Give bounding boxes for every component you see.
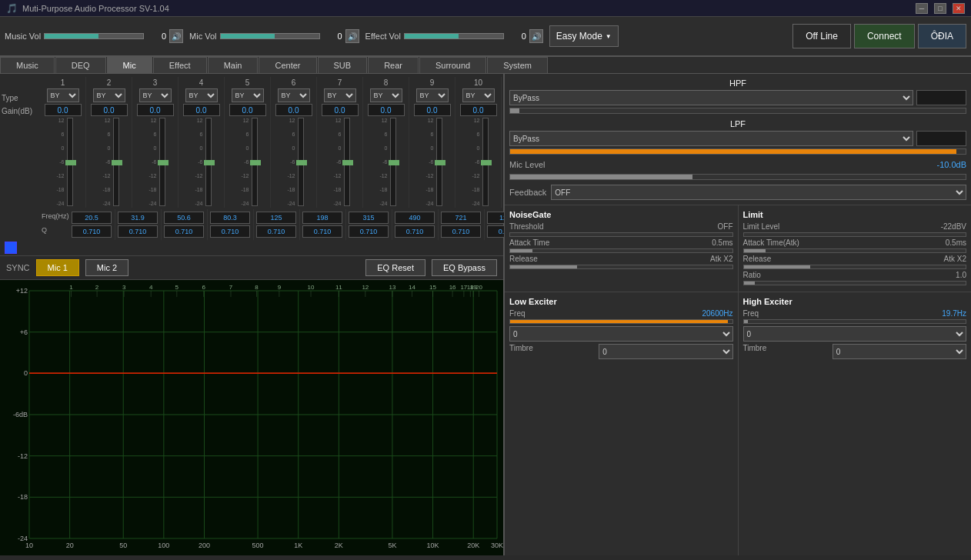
- band-fader-track-5[interactable]: [252, 118, 258, 206]
- band-type-select-7[interactable]: BYPKLPHPLSHS: [324, 88, 356, 102]
- band-q-9[interactable]: [441, 225, 481, 238]
- band-fader-handle-1[interactable]: [65, 160, 76, 165]
- band-type-select-8[interactable]: BYPKLPHPLSHS: [370, 88, 402, 102]
- band-q-1[interactable]: [72, 225, 112, 238]
- threshold-slider[interactable]: [509, 232, 733, 237]
- band-fader-handle-6[interactable]: [296, 160, 307, 165]
- hpf-slider[interactable]: [509, 108, 966, 114]
- band-q-7[interactable]: [349, 225, 389, 238]
- band-gain-7[interactable]: [322, 104, 359, 116]
- band-freq-8[interactable]: [395, 212, 435, 224]
- high-exc-freq-slider[interactable]: [743, 319, 967, 324]
- band-type-select-10[interactable]: BYPKLPHPLSHS: [462, 88, 495, 102]
- band-freq-4[interactable]: [210, 212, 250, 224]
- band-fader-track-6[interactable]: [298, 118, 304, 206]
- band-fader-handle-4[interactable]: [204, 160, 215, 165]
- band-gain-1[interactable]: [45, 104, 82, 116]
- high-exciter-select[interactable]: 0123: [743, 326, 967, 342]
- tab-rear[interactable]: Rear: [368, 57, 419, 73]
- band-fader-track-2[interactable]: [113, 118, 119, 206]
- band-type-select-3[interactable]: BYPKLPHPLSHS: [139, 88, 172, 102]
- music-vol-icon[interactable]: 🔊: [169, 29, 183, 43]
- band-type-select-9[interactable]: BYPKLPHPLSHS: [416, 88, 449, 102]
- band-q-8[interactable]: [395, 225, 435, 238]
- band-gain-3[interactable]: [137, 104, 174, 116]
- band-q-6[interactable]: [302, 225, 342, 238]
- band-freq-9[interactable]: [441, 212, 481, 224]
- effect-vol-icon[interactable]: 🔊: [529, 29, 543, 43]
- odia-button[interactable]: ÔĐIA: [918, 24, 966, 48]
- lpf-value-input[interactable]: 20600Hz: [916, 131, 966, 146]
- band-freq-1[interactable]: [72, 212, 112, 224]
- band-fader-handle-9[interactable]: [435, 160, 445, 165]
- band-gain-2[interactable]: [91, 104, 128, 116]
- band-q-3[interactable]: [164, 225, 204, 238]
- mic1-button[interactable]: Mic 1: [36, 259, 79, 276]
- mic-vol-slider[interactable]: [220, 33, 320, 39]
- band-fader-track-3[interactable]: [159, 118, 165, 206]
- lpf-mode-select[interactable]: ByPass12dB24dB: [509, 131, 913, 146]
- connect-button[interactable]: Connect: [854, 24, 915, 48]
- band-fader-track-4[interactable]: [205, 118, 212, 206]
- effect-vol-slider[interactable]: [404, 33, 504, 39]
- band-fader-handle-5[interactable]: [250, 160, 261, 165]
- mic-level-slider[interactable]: [509, 174, 966, 180]
- low-exciter-select[interactable]: 0123: [509, 326, 733, 342]
- eq-reset-button[interactable]: EQ Reset: [365, 259, 425, 276]
- hpf-value-input[interactable]: 19.7Hz: [916, 90, 966, 105]
- band-type-select-6[interactable]: BYPKLPHPLSHS: [278, 88, 310, 102]
- band-gain-10[interactable]: [460, 104, 497, 116]
- tab-center[interactable]: Center: [259, 57, 316, 73]
- band-type-select-4[interactable]: BYPKLPHPLSHS: [185, 88, 218, 102]
- minimize-button[interactable]: ─: [916, 3, 928, 14]
- ng-attack-slider[interactable]: [509, 248, 733, 253]
- music-vol-slider[interactable]: [44, 33, 144, 39]
- band-fader-handle-2[interactable]: [112, 160, 122, 165]
- lpf-slider[interactable]: [509, 148, 966, 155]
- low-timbre-select[interactable]: 012: [599, 344, 732, 359]
- band-fader-track-10[interactable]: [482, 118, 489, 206]
- mic-vol-icon[interactable]: 🔊: [345, 29, 359, 43]
- limit-release-slider[interactable]: [743, 265, 967, 269]
- high-timbre-select[interactable]: 012: [833, 344, 966, 359]
- hpf-mode-select[interactable]: ByPass12dB24dB: [509, 90, 913, 105]
- band-fader-track-7[interactable]: [344, 118, 350, 206]
- band-fader-track-8[interactable]: [390, 118, 396, 206]
- tab-mic[interactable]: Mic: [107, 57, 152, 73]
- band-type-select-2[interactable]: BYPKLPHPLSHS: [93, 88, 125, 102]
- low-exc-freq-slider[interactable]: [509, 319, 733, 324]
- band-fader-track-1[interactable]: [67, 118, 73, 206]
- band-gain-8[interactable]: [368, 104, 405, 116]
- band-gain-5[interactable]: [229, 104, 266, 116]
- limit-attack-slider[interactable]: [743, 248, 967, 253]
- band-fader-handle-10[interactable]: [481, 160, 492, 165]
- band-gain-6[interactable]: [275, 104, 312, 116]
- tab-main[interactable]: Main: [208, 57, 259, 73]
- offline-button[interactable]: Off Line: [792, 24, 851, 48]
- feedback-select[interactable]: OFFON: [551, 185, 966, 200]
- band-q-5[interactable]: [256, 225, 296, 238]
- band-freq-2[interactable]: [118, 212, 158, 224]
- easy-mode-dropdown[interactable]: Easy Mode: [549, 25, 619, 47]
- tab-music[interactable]: Music: [0, 57, 55, 73]
- tab-surround[interactable]: Surround: [419, 57, 486, 73]
- band-freq-7[interactable]: [349, 212, 389, 224]
- ng-release-slider[interactable]: [509, 265, 733, 269]
- band-freq-3[interactable]: [164, 212, 204, 224]
- tab-system[interactable]: System: [487, 57, 548, 73]
- limit-level-slider[interactable]: [743, 232, 967, 237]
- band-type-select-5[interactable]: BYPKLPHPLSHS: [232, 88, 264, 102]
- band-q-4[interactable]: [210, 225, 250, 238]
- close-button[interactable]: ✕: [953, 3, 965, 14]
- band-fader-handle-3[interactable]: [158, 160, 169, 165]
- tab-sub[interactable]: SUB: [318, 57, 368, 73]
- band-gain-9[interactable]: [414, 104, 451, 116]
- band-q-2[interactable]: [118, 225, 158, 238]
- band-fader-handle-7[interactable]: [342, 160, 353, 165]
- band-type-select-1[interactable]: BYPKLPHPLSHS: [47, 88, 79, 102]
- tab-effect[interactable]: Effect: [153, 57, 207, 73]
- eq-bypass-button[interactable]: EQ Bypass: [432, 259, 497, 276]
- maximize-button[interactable]: □: [934, 3, 946, 14]
- limit-ratio-slider[interactable]: [743, 281, 967, 285]
- band-fader-handle-8[interactable]: [389, 160, 399, 165]
